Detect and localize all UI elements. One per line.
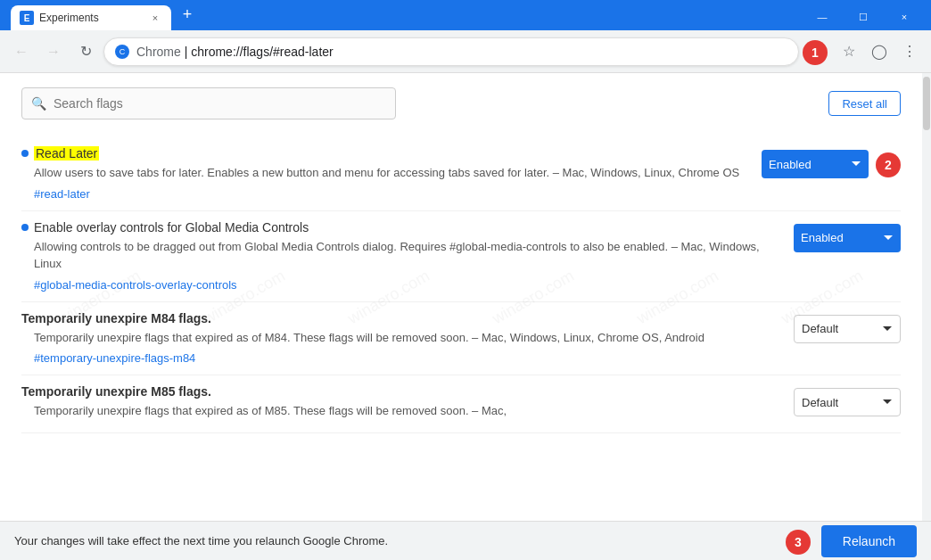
forward-button[interactable]: → [39, 37, 68, 66]
flag-select[interactable]: Enabled Disabled Default [794, 224, 901, 252]
annotation-2: 2 [876, 152, 901, 177]
flag-select[interactable]: Default Enabled Disabled [794, 388, 901, 416]
flag-info: Enable overlay controls for Global Media… [21, 220, 779, 292]
flag-name: Temporarily unexpire M85 flags. [21, 384, 779, 399]
main-area: winaero.com winaero.com winaero.com wina… [0, 73, 931, 521]
tab-title: Experiments [39, 12, 143, 24]
annotation-3: 3 [786, 530, 811, 555]
bottom-message: Your changes will take effect the next t… [14, 534, 388, 548]
tab-close-button[interactable]: × [148, 11, 162, 25]
flag-info: Temporarily unexpire M85 flags. Temporar… [21, 384, 779, 424]
relaunch-button[interactable]: Relaunch [821, 525, 917, 557]
search-row: 🔍 Reset all [21, 87, 901, 119]
flag-item: Temporarily unexpire M84 flags. Temporar… [21, 302, 901, 376]
flag-desc: Allow users to save tabs for later. Enab… [34, 164, 747, 182]
search-icon: 🔍 [31, 96, 46, 111]
flag-item: Enable overlay controls for Global Media… [21, 211, 901, 302]
search-box[interactable]: 🔍 [21, 87, 396, 119]
bookmark-icon[interactable]: ☆ [835, 37, 863, 66]
flag-dot [21, 150, 29, 157]
flag-name: Temporarily unexpire M84 flags. [21, 311, 779, 325]
flag-info: Read Later Allow users to save tabs for … [21, 146, 747, 202]
browser-tab[interactable]: E Experiments × [11, 5, 171, 30]
content-area: winaero.com winaero.com winaero.com wina… [0, 73, 922, 521]
flag-item: Temporarily unexpire M85 flags. Temporar… [21, 375, 901, 433]
reload-button[interactable]: ↻ [71, 37, 100, 66]
flag-item: Read Later Allow users to save tabs for … [21, 137, 901, 211]
flag-link[interactable]: #global-media-controls-overlay-controls [34, 278, 237, 292]
minimize-button[interactable]: — [803, 7, 842, 27]
address-text: Chrome | chrome://flags/#read-later [136, 45, 787, 59]
profile-icon[interactable]: ◯ [865, 37, 894, 66]
flag-name-text: Enable overlay controls for Global Media… [34, 220, 309, 235]
navbar: ← → ↻ C Chrome | chrome://flags/#read-la… [0, 30, 931, 73]
address-favicon: C [115, 45, 129, 59]
flag-select[interactable]: Enabled Disabled Default [762, 150, 869, 178]
address-bar[interactable]: C Chrome | chrome://flags/#read-later [103, 37, 799, 66]
flag-name: Read Later [21, 146, 747, 161]
flag-control: Default Enabled Disabled [794, 315, 901, 343]
scrollbar-thumb[interactable] [923, 77, 930, 130]
annotation-1: 1 [803, 40, 828, 65]
flag-dot [21, 224, 29, 231]
flag-desc: Allowing controls to be dragged out from… [34, 238, 779, 273]
flag-desc: Temporarily unexpire flags that expired … [34, 402, 779, 420]
back-button[interactable]: ← [7, 37, 36, 66]
flag-name: Enable overlay controls for Global Media… [21, 220, 779, 235]
flag-name-text: Temporarily unexpire M85 flags. [21, 384, 211, 399]
flag-select[interactable]: Default Enabled Disabled [794, 315, 901, 343]
window-controls: — ☐ × [803, 7, 924, 27]
flag-name-text: Read Later [34, 146, 99, 161]
reset-all-button[interactable]: Reset all [828, 91, 901, 116]
flag-desc: Temporarily unexpire flags that expired … [34, 329, 779, 347]
flag-link[interactable]: #temporary-unexpire-flags-m84 [34, 351, 195, 365]
flag-link[interactable]: #read-later [34, 187, 90, 201]
flag-control: Enabled Disabled Default [794, 224, 901, 252]
bottom-bar: Your changes will take effect the next t… [0, 521, 931, 560]
maximize-button[interactable]: ☐ [844, 7, 883, 27]
bottom-right: 3 Relaunch [786, 525, 917, 557]
address-path: chrome://flags/#read-later [191, 45, 334, 59]
menu-icon[interactable]: ⋮ [895, 37, 924, 66]
flag-info: Temporarily unexpire M84 flags. Temporar… [21, 311, 779, 366]
scrollbar[interactable] [922, 73, 931, 521]
search-input[interactable] [54, 96, 386, 111]
flag-control: Default Enabled Disabled [794, 388, 901, 416]
flag-name-text: Temporarily unexpire M84 flags. [21, 311, 211, 325]
nav-right-icons: ☆ ◯ ⋮ [835, 37, 924, 66]
address-origin: Chrome [136, 45, 181, 59]
tab-favicon: E [20, 11, 34, 25]
close-button[interactable]: × [885, 7, 924, 27]
titlebar: E Experiments × + — ☐ × [0, 0, 931, 30]
new-tab-button[interactable]: + [175, 2, 200, 27]
flag-control: Enabled Disabled Default 2 [762, 150, 901, 178]
